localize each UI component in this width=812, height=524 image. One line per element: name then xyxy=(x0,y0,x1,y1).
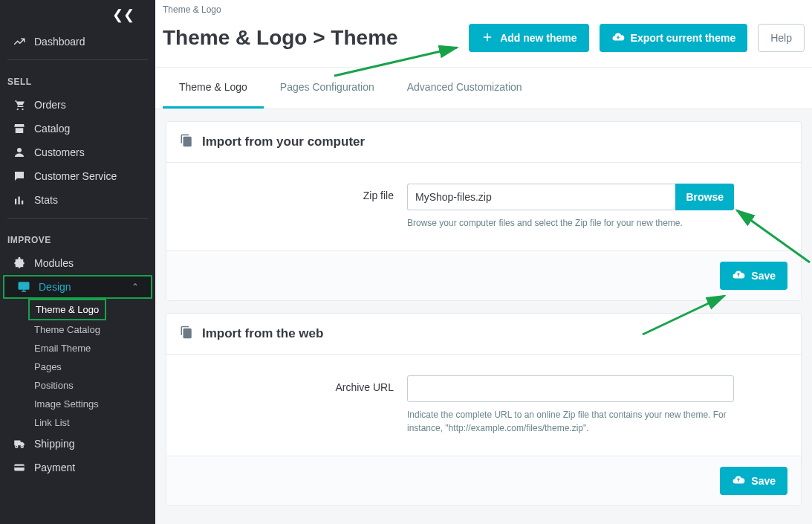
card-body: Archive URL Indicate the complete URL to… xyxy=(166,355,801,456)
tab-advanced-customization[interactable]: Advanced Customization xyxy=(391,68,539,109)
svg-rect-12 xyxy=(14,466,25,468)
sidebar-item-dashboard[interactable]: Dashboard xyxy=(0,30,155,54)
sidebar-subitem-image-settings[interactable]: Image Settings xyxy=(28,395,155,413)
import-from-web-card: Import from the web Archive URL Indicate… xyxy=(166,313,802,506)
sidebar-section-title: SELL xyxy=(0,66,155,93)
chat-icon xyxy=(12,169,27,183)
card-footer: Save xyxy=(166,250,801,300)
cart-icon xyxy=(12,98,27,111)
puzzle-icon xyxy=(12,256,27,270)
card-icon xyxy=(12,461,27,474)
card-header: Import from your computer xyxy=(166,122,801,163)
tab-theme-and-logo[interactable]: Theme & Logo xyxy=(163,68,264,109)
cloud-upload-icon xyxy=(732,473,745,489)
export-theme-label: Export current theme xyxy=(631,32,736,44)
sidebar-collapse-toggle[interactable]: ❮❮ xyxy=(0,0,155,30)
sidebar-item-stats[interactable]: Stats xyxy=(0,188,155,212)
card-footer: Save xyxy=(166,456,801,505)
sidebar-item-label: Customers xyxy=(34,146,85,158)
sidebar-item-label: Payment xyxy=(34,462,75,473)
sidebar-item-label: Modules xyxy=(34,257,74,269)
svg-rect-4 xyxy=(19,197,20,205)
import-from-computer-card: Import from your computer Zip file Brows… xyxy=(166,121,802,301)
person-icon xyxy=(12,146,27,159)
breadcrumb: Theme & Logo xyxy=(155,0,812,15)
sidebar-item-label: Design xyxy=(39,281,71,293)
sidebar-divider xyxy=(7,218,148,219)
tab-pages-configuration[interactable]: Pages Configuration xyxy=(264,68,391,109)
sidebar-item-shipping[interactable]: Shipping xyxy=(0,432,155,456)
content-area: Import from your computer Zip file Brows… xyxy=(155,109,812,524)
help-button[interactable]: Help xyxy=(758,24,805,52)
export-current-theme-button[interactable]: Export current theme xyxy=(600,24,748,52)
save-label: Save xyxy=(751,475,776,487)
sidebar-section-title: IMPROVE xyxy=(0,224,155,251)
sidebar-item-label: Shipping xyxy=(34,438,75,450)
bar-icon xyxy=(12,193,27,207)
zip-file-help: Browse your computer files and select th… xyxy=(407,216,734,230)
add-new-theme-button[interactable]: Add new theme xyxy=(469,24,588,52)
sidebar-item-design[interactable]: Design⌃ xyxy=(3,275,152,299)
zip-file-input[interactable] xyxy=(407,184,675,210)
sidebar-item-orders[interactable]: Orders xyxy=(0,93,155,117)
browse-button[interactable]: Browse xyxy=(675,184,734,210)
sidebar: ❮❮ Dashboard SELLOrdersCatalogCustomersC… xyxy=(0,0,155,524)
sidebar-subitem-positions[interactable]: Positions xyxy=(28,376,155,395)
file-copy-icon xyxy=(180,134,193,150)
zip-file-field: Browse Browse your computer files and se… xyxy=(407,184,734,230)
save-label: Save xyxy=(751,270,776,282)
sidebar-subitem-email-theme[interactable]: Email Theme xyxy=(28,339,155,358)
archive-url-input[interactable] xyxy=(407,375,734,402)
zip-file-row: Zip file Browse Browse your computer fil… xyxy=(184,184,783,230)
svg-point-1 xyxy=(22,109,23,110)
store-icon xyxy=(12,122,27,135)
sidebar-item-customers[interactable]: Customers xyxy=(0,140,155,164)
help-label: Help xyxy=(770,32,792,44)
truck-icon xyxy=(12,437,27,450)
main-content: Theme & Logo Theme & Logo > Theme Add ne… xyxy=(155,0,812,524)
add-new-theme-label: Add new theme xyxy=(500,32,576,44)
page-title: Theme & Logo > Theme xyxy=(163,26,458,50)
save-button[interactable]: Save xyxy=(720,262,787,290)
cloud-upload-icon xyxy=(732,268,745,284)
sidebar-item-catalog[interactable]: Catalog xyxy=(0,117,155,140)
archive-url-label: Archive URL xyxy=(184,375,407,393)
sidebar-item-label: Customer Service xyxy=(34,170,117,182)
sidebar-item-label: Stats xyxy=(34,194,58,206)
card-title: Import from the web xyxy=(202,326,323,341)
sidebar-item-modules[interactable]: Modules xyxy=(0,251,155,275)
plus-icon xyxy=(481,30,494,46)
svg-point-9 xyxy=(16,445,18,447)
chevron-up-icon: ⌃ xyxy=(131,282,139,292)
card-header: Import from the web xyxy=(166,314,801,355)
sidebar-subitem-pages[interactable]: Pages xyxy=(28,358,155,376)
page-header: Theme & Logo > Theme Add new theme Expor… xyxy=(155,15,812,68)
file-copy-icon xyxy=(180,326,193,342)
sidebar-item-payment[interactable]: Payment xyxy=(0,456,155,479)
sidebar-submenu: Theme & LogoTheme CatalogEmail ThemePage… xyxy=(0,299,155,432)
archive-url-field: Indicate the complete URL to an online Z… xyxy=(407,375,734,435)
svg-point-2 xyxy=(17,148,22,152)
sidebar-subitem-theme-and-logo[interactable]: Theme & Logo xyxy=(28,299,106,320)
monitor-icon xyxy=(16,280,31,294)
svg-rect-6 xyxy=(19,282,29,289)
sidebar-item-label: Catalog xyxy=(34,123,70,135)
save-button[interactable]: Save xyxy=(720,467,787,495)
sidebar-item-customer-service[interactable]: Customer Service xyxy=(0,164,155,188)
svg-point-10 xyxy=(21,445,23,447)
svg-point-0 xyxy=(17,109,19,110)
svg-rect-3 xyxy=(15,199,16,205)
archive-url-row: Archive URL Indicate the complete URL to… xyxy=(184,375,783,435)
sidebar-item-label: Orders xyxy=(34,99,66,111)
cloud-download-icon xyxy=(611,30,625,46)
tabs: Theme & LogoPages ConfigurationAdvanced … xyxy=(155,68,812,109)
chevron-left-icon: ❮❮ xyxy=(112,7,134,23)
sidebar-item-label: Dashboard xyxy=(34,36,85,48)
sidebar-subitem-theme-catalog[interactable]: Theme Catalog xyxy=(28,320,155,339)
archive-url-help: Indicate the complete URL to an online Z… xyxy=(407,408,734,435)
trend-icon xyxy=(12,35,27,48)
sidebar-subitem-link-list[interactable]: Link List xyxy=(28,413,155,432)
card-body: Zip file Browse Browse your computer fil… xyxy=(166,163,801,250)
sidebar-divider xyxy=(7,59,148,60)
svg-rect-5 xyxy=(22,201,23,204)
